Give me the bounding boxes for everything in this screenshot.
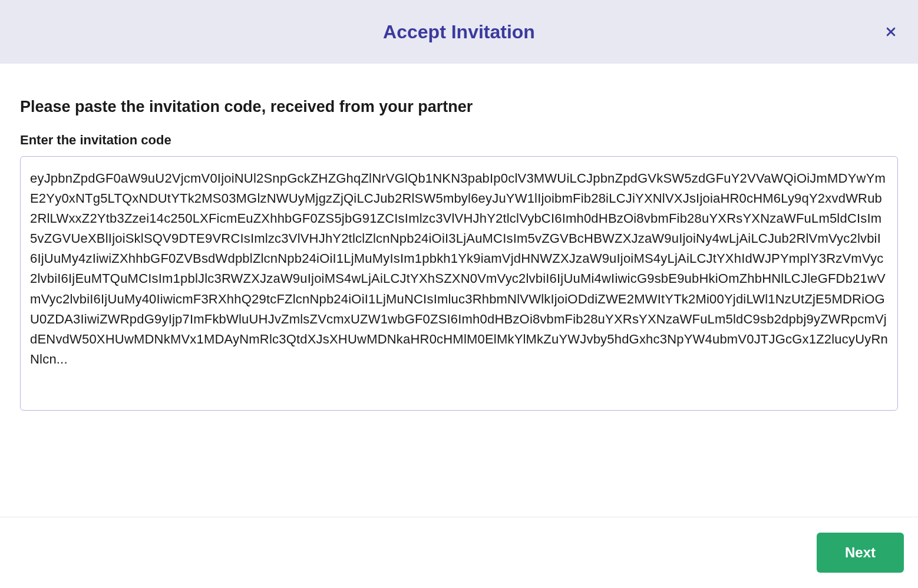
instruction-text: Please paste the invitation code, receiv… xyxy=(20,98,898,116)
invitation-code-input[interactable]: eyJpbnZpdGF0aW9uU2VjcmV0IjoiNUl2SnpGckZH… xyxy=(20,156,898,411)
dialog-content: Please paste the invitation code, receiv… xyxy=(0,64,918,517)
close-icon[interactable] xyxy=(884,25,898,39)
field-label: Enter the invitation code xyxy=(20,133,898,148)
invitation-code-value: eyJpbnZpdGF0aW9uU2VjcmV0IjoiNUl2SnpGckZH… xyxy=(30,169,888,369)
dialog-footer: Next xyxy=(0,517,918,588)
dialog-title: Accept Invitation xyxy=(383,21,535,43)
next-button[interactable]: Next xyxy=(817,533,904,573)
dialog-header: Accept Invitation xyxy=(0,0,918,64)
